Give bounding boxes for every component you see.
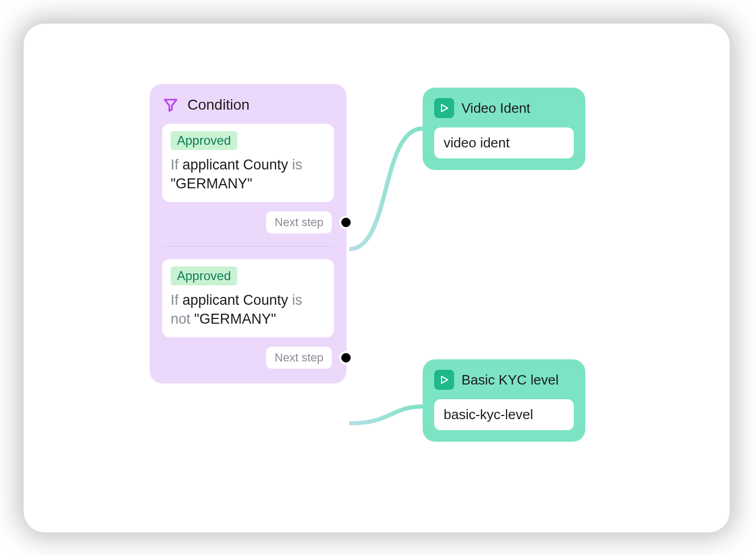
connector-to-video — [349, 129, 423, 249]
action-header: Video Ident — [434, 98, 574, 118]
next-step-button[interactable]: Next step — [266, 347, 332, 369]
rule-expression: If applicant County is "GERMANY" — [171, 155, 326, 194]
output-port[interactable] — [339, 351, 353, 365]
condition-header: Condition — [162, 97, 334, 113]
condition-rule[interactable]: Approved If applicant County is not "GER… — [162, 259, 334, 337]
next-step-row: Next step — [162, 211, 334, 233]
action-value: video ident — [434, 127, 574, 158]
action-node-video-ident[interactable]: Video Ident video ident — [423, 88, 585, 170]
action-value: basic-kyc-level — [434, 399, 574, 430]
action-header: Basic KYC level — [434, 370, 574, 390]
rule-field: applicant County — [183, 157, 288, 173]
svg-marker-0 — [442, 104, 448, 111]
status-badge: Approved — [171, 266, 237, 285]
connector-to-kyc — [349, 407, 423, 423]
filter-icon — [162, 97, 179, 113]
action-title: Basic KYC level — [461, 372, 559, 388]
condition-node[interactable]: Condition Approved If applicant County i… — [150, 84, 346, 383]
condition-title: Condition — [187, 97, 249, 113]
output-port[interactable] — [339, 216, 353, 229]
rule-if-keyword: If — [171, 292, 178, 308]
play-icon — [434, 98, 454, 118]
connectors-layer — [24, 24, 730, 532]
next-step-button[interactable]: Next step — [266, 211, 332, 233]
rule-if-keyword: If — [171, 157, 178, 173]
action-node-basic-kyc[interactable]: Basic KYC level basic-kyc-level — [423, 359, 585, 442]
rule-value: "GERMANY" — [194, 311, 276, 327]
rule-operator: is — [292, 157, 302, 173]
rule-expression: If applicant County is not "GERMANY" — [171, 291, 326, 329]
condition-rule[interactable]: Approved If applicant County is "GERMANY… — [162, 124, 334, 202]
flow-canvas[interactable]: Condition Approved If applicant County i… — [24, 24, 730, 532]
play-icon — [434, 370, 454, 390]
svg-marker-1 — [442, 376, 448, 383]
rule-divider — [162, 246, 334, 247]
action-title: Video Ident — [461, 100, 530, 116]
next-step-row: Next step — [162, 347, 334, 369]
rule-field: applicant County — [183, 292, 288, 308]
status-badge: Approved — [171, 131, 237, 150]
rule-value: "GERMANY" — [171, 176, 253, 191]
